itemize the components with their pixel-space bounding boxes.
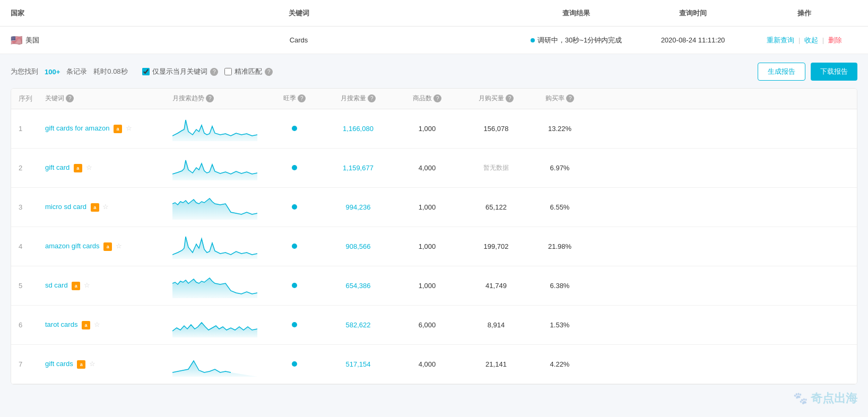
buy-rate-help-icon[interactable]: ? [566,94,574,102]
keyword-link[interactable]: sd card [45,281,68,289]
toolbar-right: 生成报告 下载报告 [758,63,857,81]
toolbar: 为您找到 100+ 条记录 耗时0.08秒 仅显示当月关键词 ? 精准匹配 ? … [11,63,857,81]
col-header-buy-rate: 购买率 ? [533,94,586,103]
record-count: 100+ [45,68,60,76]
star-icon[interactable]: ☆ [126,124,132,132]
amazon-badge: a [91,203,99,212]
monthly-buy-cell: 41,749 [459,282,533,290]
keyword-link[interactable]: gift card [45,163,70,171]
checkbox-monthly[interactable] [142,68,150,75]
amazon-badge: a [103,242,112,251]
buy-rate-cell: 4.22% [533,360,586,368]
seq-cell: 3 [19,203,45,211]
products-value: 1,000 [419,282,436,290]
amazon-badge: a [82,321,90,329]
monthly-search-cell: 1,159,677 [321,164,395,172]
products-value: 4,000 [419,164,436,172]
col-header-peak: 旺季 ? [268,94,321,103]
star-icon[interactable]: ☆ [89,360,96,368]
monthly-search-cell: 517,154 [321,360,395,368]
keyword-link[interactable]: gift cards [45,360,73,368]
keyword-link[interactable]: micro sd card [45,203,86,211]
result-status-text: 调研中，30秒~1分钟内完成 [537,36,622,45]
col-header-trend: 月搜索趋势 ? [172,94,268,103]
help-icon-1[interactable]: ? [210,68,218,76]
keyword-cell: micro sd card a ☆ [45,203,172,212]
star-icon[interactable]: ☆ [84,281,90,289]
download-report-button[interactable]: 下载报告 [811,63,857,81]
help-icon-2[interactable]: ? [265,68,273,76]
peak-cell [268,360,321,368]
header-time: 查询时间 [635,8,751,18]
requery-link[interactable]: 重新查询 [767,36,794,44]
products-cell: 4,000 [395,164,459,172]
keyword-cell: tarot cards a ☆ [45,320,172,329]
monthly-buy-value: 199,702 [484,242,509,250]
seq-cell: 4 [19,242,45,250]
table-body: 1 gift cards for amazon a ☆ 1,166,080 1,… [11,109,857,384]
monthly-buy-value: 156,078 [484,125,509,133]
sparkline-chart [172,193,257,220]
star-icon[interactable]: ☆ [94,320,100,328]
result-cell: 调研中，30秒~1分钟内完成 [518,36,635,45]
keyword-link[interactable]: gift cards for amazon [45,124,109,132]
keyword-cell: gift cards a ☆ [45,360,172,369]
col-header-seq: 序列 [19,94,45,103]
buy-rate-cell: 13.22% [533,125,586,133]
monthly-search-help-icon[interactable]: ? [368,94,376,102]
count-unit: 条记录 [66,67,87,76]
keyword-link[interactable]: tarot cards [45,320,77,328]
trend-cell [172,311,268,339]
table-row: 5 sd card a ☆ 654,386 1,000 41,749 [11,266,857,306]
found-prefix: 为您找到 [11,67,38,76]
peak-help-icon[interactable]: ? [298,94,306,102]
seq-cell: 6 [19,321,45,329]
checkbox-exact-text: 精准匹配 [235,67,262,76]
monthly-buy-value: 21,141 [485,360,507,368]
trend-help-icon[interactable]: ? [206,94,214,102]
country-flag: 🇺🇸 [11,34,22,46]
delete-link[interactable]: 删除 [828,36,842,44]
star-icon[interactable]: ☆ [116,242,122,250]
amazon-badge: a [72,282,80,290]
monthly-buy-cell: 8,914 [459,321,533,329]
col-header-keyword: 关键词 ? [45,94,172,103]
table-row: 1 gift cards for amazon a ☆ 1,166,080 1,… [11,109,857,149]
peak-cell [268,125,321,133]
result-status-dot [531,38,535,42]
star-icon[interactable]: ☆ [102,203,109,211]
amazon-badge: a [114,125,122,133]
monthly-search-value: 1,166,080 [343,125,374,133]
monthly-buy-value: 8,914 [488,321,505,329]
buy-rate-value: 6.38% [550,282,570,290]
amazon-badge: a [77,360,85,369]
table-row: 7 gift cards a ☆ 517,154 4,000 21,141 [11,345,857,384]
collect-link[interactable]: 收起 [804,36,818,44]
products-cell: 1,000 [395,242,459,250]
monthly-buy-cell: 暂无数据 [459,163,533,172]
checkbox-monthly-label[interactable]: 仅显示当月关键词 ? [142,67,218,76]
monthly-buy-value: 41,749 [485,282,507,290]
keyword-cell: gift cards for amazon a ☆ [45,124,172,133]
monthly-search-cell: 654,386 [321,282,395,290]
products-help-icon[interactable]: ? [433,94,441,102]
products-cell: 4,000 [395,360,459,368]
buy-rate-cell: 1.53% [533,321,586,329]
star-icon[interactable]: ☆ [86,163,92,171]
table-row: 2 gift card a ☆ 1,159,677 4,000 暂无数据 [11,149,857,188]
monthly-search-cell: 582,622 [321,321,395,329]
checkbox-exact[interactable] [224,68,232,75]
time-cell: 2020-08-24 11:11:20 [635,36,751,44]
buy-rate-value: 1.53% [550,321,570,329]
trend-cell [172,272,268,300]
buy-rate-value: 4.22% [550,360,570,368]
sparkline-chart [172,350,257,377]
gen-report-button[interactable]: 生成报告 [758,63,805,81]
buy-rate-cell: 6.38% [533,282,586,290]
monthly-buy-help-icon[interactable]: ? [506,94,514,102]
amazon-badge: a [74,164,82,172]
keyword-link[interactable]: amazon gift cards [45,242,100,250]
main-content: 为您找到 100+ 条记录 耗时0.08秒 仅显示当月关键词 ? 精准匹配 ? … [0,54,868,393]
kw-help-icon[interactable]: ? [66,94,74,102]
checkbox-exact-label[interactable]: 精准匹配 ? [224,67,273,76]
